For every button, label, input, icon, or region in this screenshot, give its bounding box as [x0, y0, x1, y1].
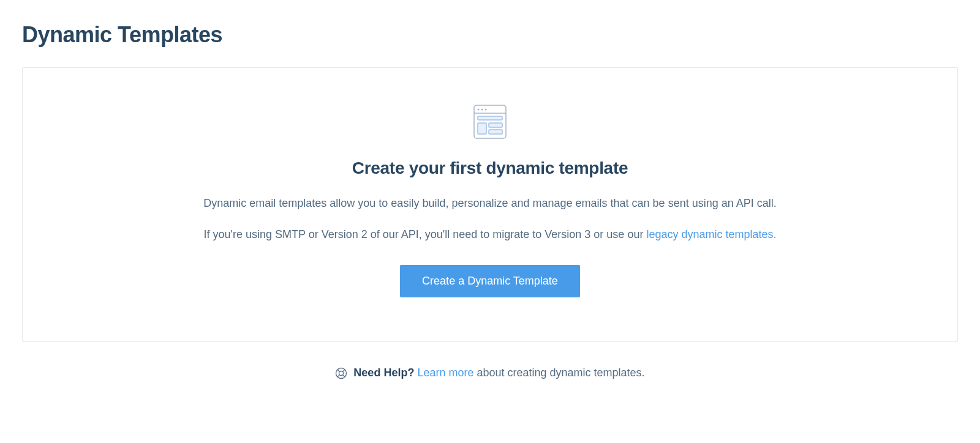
help-suffix: about creating dynamic templates. — [473, 367, 644, 379]
empty-state-card: Create your first dynamic template Dynam… — [22, 67, 958, 342]
svg-line-13 — [337, 374, 340, 377]
empty-state-migration-text: If you're using SMTP or Version 2 of our… — [47, 226, 933, 243]
help-ring-icon — [335, 367, 347, 379]
svg-rect-5 — [478, 116, 502, 120]
svg-point-3 — [485, 109, 487, 111]
svg-rect-8 — [489, 130, 502, 134]
svg-point-2 — [481, 109, 483, 111]
legacy-templates-link[interactable]: legacy dynamic templates. — [646, 228, 776, 240]
help-bar: Need Help? Learn more about creating dyn… — [22, 367, 958, 379]
svg-point-1 — [478, 109, 480, 111]
svg-rect-6 — [478, 123, 486, 134]
svg-line-11 — [337, 370, 340, 372]
svg-line-14 — [343, 374, 345, 377]
page-title: Dynamic Templates — [22, 22, 958, 48]
empty-state-description: Dynamic email templates allow you to eas… — [47, 195, 933, 212]
svg-rect-7 — [489, 123, 502, 127]
help-label: Need Help? — [353, 367, 414, 379]
template-icon — [473, 105, 507, 141]
migration-prefix: If you're using SMTP or Version 2 of our… — [203, 228, 646, 240]
help-text: Need Help? Learn more about creating dyn… — [353, 367, 644, 379]
svg-point-10 — [339, 371, 344, 375]
create-template-button[interactable]: Create a Dynamic Template — [400, 265, 580, 297]
learn-more-link[interactable]: Learn more — [417, 367, 473, 379]
empty-state-heading: Create your first dynamic template — [47, 158, 933, 178]
svg-line-12 — [343, 370, 345, 372]
